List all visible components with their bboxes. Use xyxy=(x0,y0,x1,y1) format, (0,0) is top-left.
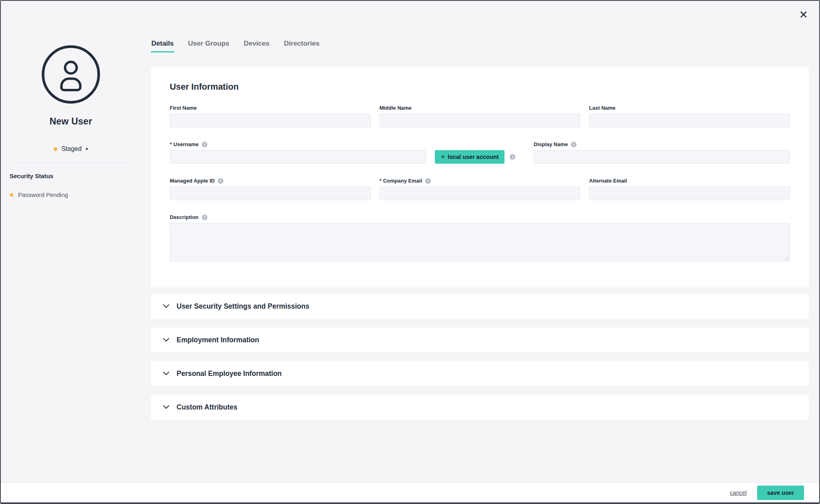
tab-devices[interactable]: Devices xyxy=(243,39,270,51)
content-area: Details User Groups Devices Directories … xyxy=(141,1,819,482)
security-status-item: Password Pending xyxy=(10,191,141,198)
plus-icon: + xyxy=(441,153,445,161)
sidebar: New User Staged ▾ Security Status Passwo… xyxy=(1,1,141,482)
managed-apple-id-field: Managed Apple ID i xyxy=(170,177,371,200)
local-account-button-label: local user account xyxy=(448,154,498,160)
save-user-button[interactable]: save user xyxy=(757,486,804,500)
description-textarea[interactable] xyxy=(170,223,790,262)
tab-bar: Details User Groups Devices Directories xyxy=(151,39,809,52)
section-title: Custom Attributes xyxy=(177,403,237,412)
display-name-info-icon[interactable]: i xyxy=(571,142,577,147)
alternate-email-input[interactable] xyxy=(589,187,790,200)
tab-details[interactable]: Details xyxy=(151,39,174,52)
local-account-area: + local user account i xyxy=(435,150,515,164)
new-user-modal: ✕ New User Staged ▾ Security Status xyxy=(1,1,819,502)
username-field: * Username i xyxy=(170,141,426,164)
username-row: * Username i + local user account i xyxy=(170,141,790,164)
managed-apple-id-label: Managed Apple ID xyxy=(170,178,215,184)
section-personal-employee-information[interactable]: Personal Employee Information xyxy=(151,361,809,386)
required-marker: * xyxy=(170,141,172,147)
name-row: First Name Middle Name Last Name xyxy=(170,104,790,127)
display-name-field: Display Name i xyxy=(534,141,790,164)
user-name: New User xyxy=(1,116,141,127)
section-custom-attributes[interactable]: Custom Attributes xyxy=(151,395,809,420)
description-field: Description i xyxy=(170,214,790,262)
close-icon: ✕ xyxy=(799,9,808,21)
section-user-security-settings[interactable]: User Security Settings and Permissions xyxy=(151,294,809,319)
cancel-button[interactable]: cancel xyxy=(730,490,747,496)
description-label: Description xyxy=(170,214,199,220)
last-name-input[interactable] xyxy=(589,114,790,127)
alternate-email-label: Alternate Email xyxy=(589,178,627,184)
user-state-dropdown[interactable]: Staged ▾ xyxy=(1,145,141,153)
password-pending-label: Password Pending xyxy=(18,191,68,198)
section-employment-information[interactable]: Employment Information xyxy=(151,327,809,352)
company-email-label: Company Email xyxy=(383,178,422,184)
section-title: Employment Information xyxy=(177,336,259,344)
managed-apple-id-info-icon[interactable]: i xyxy=(218,178,223,184)
local-account-info-icon[interactable]: i xyxy=(510,154,515,160)
user-avatar-icon xyxy=(41,45,100,104)
caret-down-icon: ▾ xyxy=(86,147,88,151)
chevron-down-icon xyxy=(163,371,169,375)
tab-user-groups[interactable]: User Groups xyxy=(188,39,230,51)
first-name-field: First Name xyxy=(170,104,371,127)
alternate-email-field: Alternate Email xyxy=(589,177,790,200)
last-name-field: Last Name xyxy=(589,104,790,127)
display-name-label: Display Name xyxy=(534,141,568,147)
avatar xyxy=(1,45,141,106)
display-name-input[interactable] xyxy=(534,150,790,164)
chevron-down-icon xyxy=(163,405,169,409)
modal-body: New User Staged ▾ Security Status Passwo… xyxy=(1,1,819,482)
section-title: Personal Employee Information xyxy=(177,369,282,378)
middle-name-field: Middle Name xyxy=(380,104,581,127)
user-information-card: User Information First Name Middle Name … xyxy=(151,67,809,287)
middle-name-input[interactable] xyxy=(380,114,581,127)
first-name-input[interactable] xyxy=(170,114,371,127)
middle-name-label: Middle Name xyxy=(380,105,412,111)
close-button[interactable]: ✕ xyxy=(799,10,808,20)
first-name-label: First Name xyxy=(170,105,197,111)
managed-apple-id-input[interactable] xyxy=(170,187,371,200)
state-status-dot xyxy=(54,147,57,151)
user-information-title: User Information xyxy=(170,82,790,92)
last-name-label: Last Name xyxy=(589,105,615,111)
company-email-field: * Company Email i xyxy=(380,177,581,200)
security-status-heading: Security Status xyxy=(10,173,141,179)
username-input[interactable] xyxy=(170,150,426,164)
user-state-label: Staged xyxy=(61,145,82,153)
chevron-down-icon xyxy=(163,304,169,308)
description-info-icon[interactable]: i xyxy=(202,215,207,220)
email-row: Managed Apple ID i * Company Email i xyxy=(170,177,790,200)
chevron-down-icon xyxy=(163,338,169,342)
tab-directories[interactable]: Directories xyxy=(283,39,320,51)
section-title: User Security Settings and Permissions xyxy=(177,302,310,311)
company-email-input[interactable] xyxy=(380,187,581,200)
password-pending-dot xyxy=(10,193,13,197)
company-email-info-icon[interactable]: i xyxy=(425,178,431,184)
username-label: Username xyxy=(173,141,199,147)
sidebar-divider xyxy=(10,162,132,163)
add-local-user-account-button[interactable]: + local user account xyxy=(435,150,504,164)
username-info-icon[interactable]: i xyxy=(202,142,207,147)
required-marker: * xyxy=(380,178,382,184)
modal-footer: cancel save user xyxy=(1,482,819,502)
